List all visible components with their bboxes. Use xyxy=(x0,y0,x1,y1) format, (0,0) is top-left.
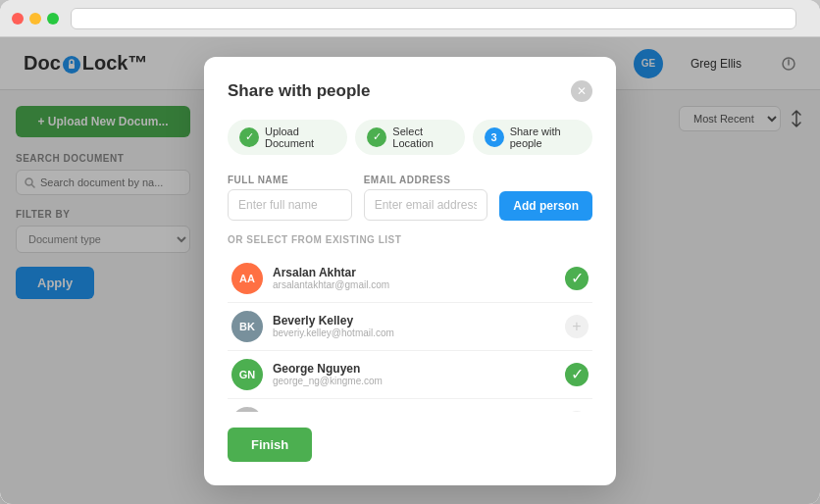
modal-close-button[interactable]: ✕ xyxy=(571,80,592,102)
person-item-aa: AA Arsalan Akhtar arsalantakhtar@gmail.c… xyxy=(228,255,592,303)
step-num-icon-share: 3 xyxy=(485,127,504,147)
app-body: DocLock™ My Documents Shared With Me Rep… xyxy=(0,37,820,504)
dot-green[interactable] xyxy=(47,13,59,25)
step-label-location: Select Location xyxy=(392,126,452,149)
step-upload: ✓ Upload Document xyxy=(228,120,347,155)
person-avatar-gn: GN xyxy=(231,359,263,390)
browser-window: DocLock™ My Documents Shared With Me Rep… xyxy=(0,0,820,504)
modal-title: Share with people xyxy=(228,81,370,101)
person-status-ea[interactable] xyxy=(565,411,589,412)
browser-titlebar xyxy=(0,0,820,37)
add-person-button[interactable]: Add person xyxy=(499,191,592,221)
modal-header: Share with people ✕ xyxy=(228,80,592,102)
person-status-bk[interactable]: + xyxy=(565,315,589,338)
step-label-upload: Upload Document xyxy=(265,126,335,149)
form-group-name: FULL NAME xyxy=(228,175,352,221)
person-avatar-bk: BK xyxy=(231,311,263,342)
person-list: AA Arsalan Akhtar arsalantakhtar@gmail.c… xyxy=(228,255,592,412)
person-info-bk: Beverly Kelley beveriy.kelley@hotmail.co… xyxy=(273,314,555,338)
step-location: ✓ Select Location xyxy=(355,120,464,155)
dot-yellow[interactable] xyxy=(29,13,41,25)
step-share: 3 Share with people xyxy=(473,120,592,155)
step-label-share: Share with people xyxy=(510,126,581,149)
person-status-aa[interactable]: ✓ xyxy=(565,267,589,290)
person-email-aa: arsalantakhtar@gmail.com xyxy=(273,279,555,290)
share-modal: Share with people ✕ ✓ Upload Document ✓ … xyxy=(204,57,616,485)
person-item-ea: EA Eugene Austin xyxy=(228,399,592,412)
step-check-icon-upload: ✓ xyxy=(239,127,259,147)
step-check-icon-location: ✓ xyxy=(367,127,386,147)
email-input[interactable] xyxy=(364,189,488,221)
list-divider: OR SELECT FROM EXISTING LIST xyxy=(228,234,592,245)
form-row: FULL NAME EMAIL ADDRESS Add person xyxy=(228,175,592,221)
name-field-label: FULL NAME xyxy=(228,175,352,185)
person-email-bk: beveriy.kelley@hotmail.com xyxy=(273,328,555,338)
person-name-aa: Arsalan Akhtar xyxy=(273,266,555,279)
finish-button[interactable]: Finish xyxy=(228,428,312,462)
person-avatar-aa: AA xyxy=(231,263,263,294)
person-email-gn: george_ng@kingme.com xyxy=(273,376,555,386)
person-item-gn: GN George Nguyen george_ng@kingme.com ✓ xyxy=(228,351,592,399)
modal-overlay: Share with people ✕ ✓ Upload Document ✓ … xyxy=(0,37,820,504)
person-name-gn: George Nguyen xyxy=(273,362,555,376)
browser-dots xyxy=(12,13,59,25)
person-item-bk: BK Beverly Kelley beveriy.kelley@hotmail… xyxy=(228,303,592,351)
person-avatar-ea: EA xyxy=(231,407,263,412)
person-status-gn[interactable]: ✓ xyxy=(565,363,589,386)
form-group-email: EMAIL ADDRESS xyxy=(364,175,488,221)
browser-url-bar xyxy=(71,8,796,29)
person-info-gn: George Nguyen george_ng@kingme.com xyxy=(273,362,555,386)
full-name-input[interactable] xyxy=(228,189,352,221)
person-info-aa: Arsalan Akhtar arsalantakhtar@gmail.com xyxy=(273,266,555,290)
dot-red[interactable] xyxy=(12,13,24,25)
email-field-label: EMAIL ADDRESS xyxy=(364,175,488,185)
person-name-bk: Beverly Kelley xyxy=(273,314,555,328)
steps: ✓ Upload Document ✓ Select Location 3 Sh… xyxy=(228,120,592,155)
